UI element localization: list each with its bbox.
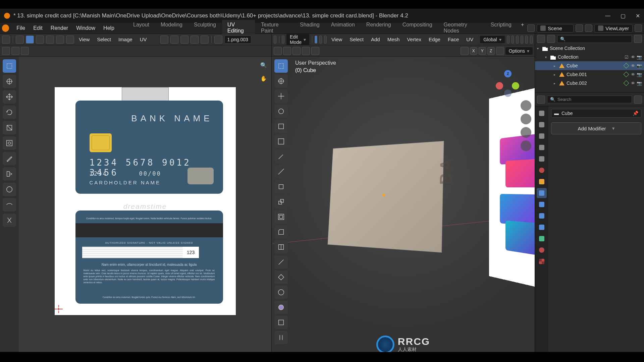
mesh-cube[interactable]: BA — [328, 141, 444, 252]
vp-shading-dropdown[interactable] — [525, 36, 528, 44]
vp-mesh-display-3[interactable] — [302, 47, 310, 55]
tool-scale[interactable] — [3, 121, 16, 134]
checkbox-icon[interactable]: ☑ — [624, 54, 629, 60]
image-browse-button[interactable] — [214, 36, 222, 44]
tool-transform[interactable] — [3, 136, 16, 150]
render-icon[interactable]: 📷 — [637, 80, 642, 86]
vp-mesh-display-2[interactable] — [292, 47, 301, 55]
prop-tab-texture[interactable] — [537, 256, 547, 266]
snap-dropdown[interactable] — [180, 36, 189, 44]
vp-zoom-button[interactable] — [521, 100, 531, 111]
uv-pan-button[interactable]: ✋ — [259, 73, 269, 83]
editor-type-selector[interactable] — [2, 36, 10, 44]
vp-tool-select[interactable] — [274, 59, 288, 73]
orientation-selector[interactable]: Global▾ — [480, 36, 504, 43]
prop-tab-world[interactable] — [537, 165, 547, 175]
uv-display-toggle[interactable] — [21, 47, 29, 55]
vp-tool-rotate[interactable] — [274, 105, 288, 118]
uv-menu-select[interactable]: Select — [94, 36, 114, 43]
tool-grab[interactable] — [3, 183, 16, 196]
uv-edge-select-mode[interactable] — [36, 36, 44, 44]
uv-mask-dropdown[interactable] — [2, 47, 10, 55]
pivot-dropdown[interactable] — [160, 36, 168, 44]
prop-tab-data[interactable] — [537, 234, 547, 244]
add-modifier-button[interactable]: Add Modifier ▾ — [551, 122, 641, 134]
uv-menu-view[interactable]: View — [76, 36, 92, 43]
outliner-editor-type[interactable] — [537, 35, 545, 43]
gizmo-z-axis[interactable]: Z — [504, 70, 512, 77]
uv-canvas[interactable]: BANK NAME 1234 5678 9012 3456 1234 00/00… — [19, 57, 271, 356]
gizmo-y-axis[interactable] — [512, 82, 519, 89]
menu-edit[interactable]: Edit — [30, 24, 46, 33]
uv-overlay-toggle[interactable] — [11, 47, 19, 55]
gizmo-neg-axis[interactable] — [504, 89, 512, 97]
outliner-scene-collection[interactable]: ▾ Scene Collection — [535, 44, 644, 53]
viewport-canvas[interactable]: BA — [272, 57, 535, 356]
mesh-data-icon[interactable] — [624, 63, 629, 69]
tool-pinch[interactable] — [3, 214, 16, 227]
outliner-search[interactable]: 🔍 — [557, 35, 632, 43]
tool-move[interactable] — [3, 90, 16, 104]
outliner-filter-button[interactable] — [634, 35, 642, 43]
proportional-falloff-dropdown[interactable] — [201, 36, 209, 44]
vp-face-select[interactable] — [324, 36, 327, 44]
prop-tab-constraints[interactable] — [537, 222, 547, 232]
vp-select-dropdown[interactable] — [274, 47, 282, 55]
mode-selector[interactable]: Edit Mode▾ — [286, 33, 309, 46]
auto-merge-toggle[interactable] — [496, 47, 504, 55]
mirror-z[interactable]: Z — [487, 47, 495, 55]
sticky-selection-dropdown[interactable] — [66, 36, 74, 44]
prop-tab-tool[interactable] — [537, 108, 547, 118]
menu-render[interactable]: Render — [47, 24, 71, 33]
vp-tool-loopcut[interactable] — [274, 240, 288, 254]
nav-gizmo[interactable]: Z — [494, 70, 521, 97]
vp-menu-view[interactable]: View — [329, 36, 345, 43]
prop-tab-particles[interactable] — [537, 199, 547, 209]
outliner-display-mode[interactable] — [547, 35, 555, 43]
vp-menu-edge[interactable]: Edge — [426, 36, 443, 43]
properties-breadcrumb[interactable]: ▬ Cube 📌 — [551, 109, 641, 118]
prop-tab-render[interactable] — [537, 120, 547, 130]
tool-tweak[interactable] — [3, 59, 16, 73]
outliner-item-cube002[interactable]: ▸ Cube.002 👁📷 — [535, 79, 644, 87]
eye-icon[interactable]: 👁 — [630, 72, 636, 77]
prop-tab-viewlayer[interactable] — [537, 142, 547, 153]
options-dropdown[interactable]: Options▾ — [505, 47, 533, 55]
vp-mesh-display-4[interactable] — [311, 47, 319, 55]
render-icon[interactable]: 📷 — [637, 63, 642, 68]
vp-proportional-toggle[interactable] — [521, 36, 523, 44]
vp-camera-button[interactable] — [521, 127, 531, 138]
proportional-edit-toggle[interactable] — [191, 36, 199, 44]
tool-relax[interactable] — [3, 198, 16, 212]
outliner-collection[interactable]: ▾ Collection ☑👁📷 — [535, 53, 644, 61]
uv-menu-uv[interactable]: UV — [137, 36, 150, 43]
mesh-data-icon[interactable] — [624, 72, 629, 77]
vp-menu-select[interactable]: Select — [347, 36, 366, 43]
vp-menu-face[interactable]: Face — [445, 36, 462, 43]
vp-pan-button[interactable] — [521, 114, 531, 124]
gizmo-x-axis[interactable] — [496, 82, 503, 89]
render-icon[interactable]: 📷 — [637, 54, 642, 60]
vp-tool-cursor[interactable] — [274, 74, 288, 88]
vp-tool-scale[interactable] — [274, 120, 288, 133]
vp-tool-shrink[interactable] — [274, 331, 288, 344]
eye-icon[interactable]: 👁 — [630, 80, 636, 86]
prop-tab-object[interactable] — [537, 177, 547, 187]
prop-tab-output[interactable] — [537, 131, 547, 141]
eye-icon[interactable]: 👁 — [630, 54, 636, 60]
vp-pivot-dropdown[interactable] — [507, 36, 509, 44]
vp-tool-spin[interactable] — [274, 286, 288, 299]
prop-tab-scene[interactable] — [537, 154, 547, 164]
scene-field[interactable]: Scene — [537, 24, 574, 33]
sync-selection-toggle[interactable] — [16, 36, 24, 44]
tool-rotate[interactable] — [3, 106, 16, 119]
outliner-item-cube001[interactable]: ▸ Cube.001 👁📷 — [535, 70, 644, 79]
vp-tool-polybuild[interactable] — [274, 270, 288, 284]
scene-new-button[interactable] — [576, 24, 583, 32]
menu-help[interactable]: Help — [100, 24, 118, 33]
scene-delete-button[interactable] — [585, 24, 592, 32]
properties-editor-type[interactable] — [537, 96, 545, 104]
prop-tab-modifiers[interactable] — [537, 188, 547, 198]
image-name-field[interactable]: 1.png.003 — [224, 36, 251, 44]
vp-persp-button[interactable] — [521, 140, 531, 151]
